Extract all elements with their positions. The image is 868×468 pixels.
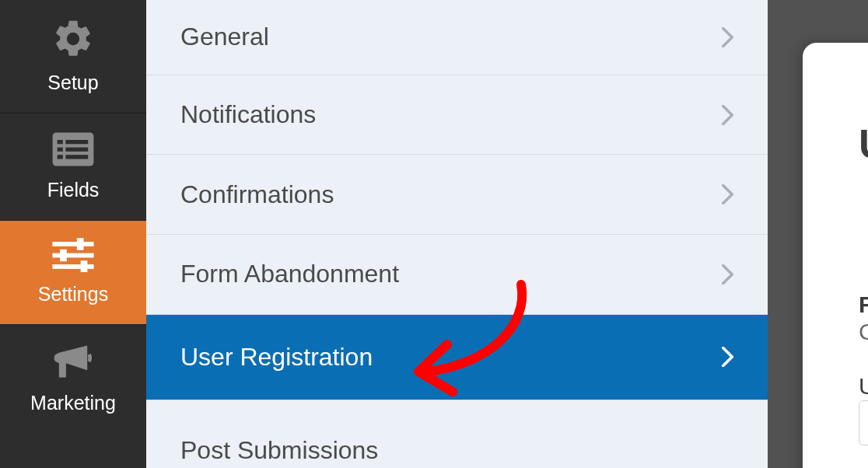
settings-item-confirmations[interactable]: Confirmations bbox=[146, 155, 768, 235]
svg-rect-3 bbox=[58, 148, 63, 152]
settings-label: Form Abandonment bbox=[180, 260, 399, 288]
svg-rect-1 bbox=[58, 140, 63, 144]
chevron-right-icon bbox=[722, 264, 733, 285]
chevron-right-icon bbox=[722, 105, 733, 125]
settings-item-form-abandonment[interactable]: Form Abandonment bbox=[146, 235, 768, 315]
sidebar-item-marketing[interactable]: Marketing bbox=[0, 325, 146, 433]
settings-item-post-submissions[interactable]: Post Submissions bbox=[146, 400, 768, 468]
detail-card: U F C U N bbox=[803, 43, 868, 468]
svg-rect-4 bbox=[65, 148, 88, 152]
svg-rect-5 bbox=[58, 155, 63, 159]
settings-item-user-registration[interactable]: User Registration bbox=[146, 315, 768, 401]
panel-input-fragment bbox=[859, 400, 868, 445]
sidebar-label: Marketing bbox=[30, 392, 116, 414]
panel-heading-fragment: U bbox=[859, 120, 868, 167]
panel-text-fragment: C bbox=[859, 319, 868, 345]
sidebar-item-settings[interactable]: Settings bbox=[0, 221, 146, 325]
svg-rect-12 bbox=[81, 260, 88, 272]
detail-panel: U F C U N bbox=[768, 0, 868, 468]
settings-label: Confirmations bbox=[180, 180, 334, 209]
settings-label: General bbox=[180, 23, 269, 51]
svg-rect-2 bbox=[65, 140, 88, 144]
svg-rect-10 bbox=[60, 250, 67, 261]
panel-text-fragment: F bbox=[859, 292, 868, 318]
sliders-icon bbox=[51, 238, 96, 272]
settings-item-notifications[interactable]: Notifications bbox=[146, 75, 768, 155]
svg-rect-11 bbox=[52, 264, 93, 269]
settings-list: General Notifications Confirmations Form… bbox=[146, 0, 768, 468]
list-icon bbox=[51, 131, 96, 168]
svg-rect-6 bbox=[65, 155, 88, 159]
svg-rect-7 bbox=[52, 242, 93, 246]
sidebar-item-setup[interactable]: Setup bbox=[0, 0, 146, 114]
chevron-right-icon bbox=[722, 27, 733, 47]
sidebar-label: Setup bbox=[47, 72, 98, 94]
panel-text-fragment: U bbox=[859, 373, 868, 400]
sidebar-item-fields[interactable]: Fields bbox=[0, 114, 146, 221]
settings-label: User Registration bbox=[180, 343, 373, 372]
svg-rect-9 bbox=[52, 253, 93, 258]
sidebar-label: Settings bbox=[38, 283, 108, 306]
svg-rect-8 bbox=[77, 238, 84, 250]
chevron-right-icon bbox=[722, 347, 733, 367]
app-root: Setup Fields Settings Marketing bbox=[0, 0, 868, 468]
bullhorn-icon bbox=[51, 342, 95, 381]
sidebar: Setup Fields Settings Marketing bbox=[0, 0, 146, 468]
settings-label: Post Submissions bbox=[180, 436, 378, 465]
gear-icon bbox=[51, 17, 95, 61]
settings-item-general[interactable]: General bbox=[146, 0, 768, 75]
chevron-right-icon bbox=[722, 184, 733, 204]
settings-label: Notifications bbox=[180, 100, 316, 129]
sidebar-label: Fields bbox=[47, 179, 100, 201]
